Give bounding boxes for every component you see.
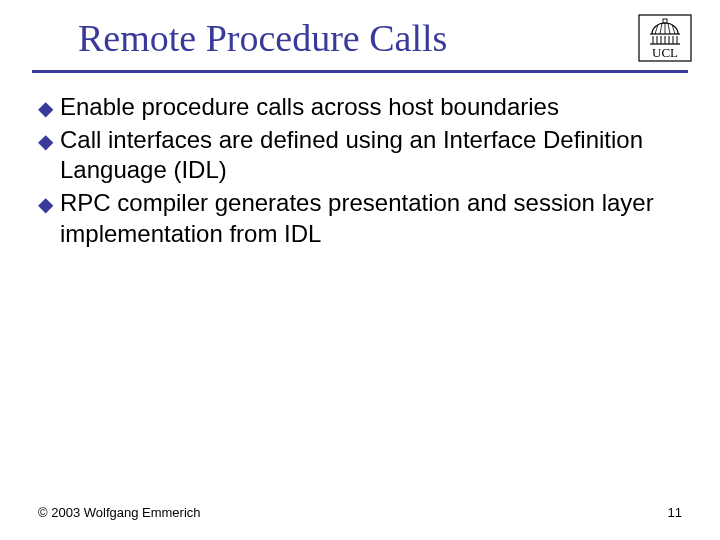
bullet-item: ◆Enable procedure calls across host boun… <box>38 92 682 123</box>
diamond-bullet-icon: ◆ <box>38 129 60 155</box>
bullet-item: ◆RPC compiler generates presentation and… <box>38 188 682 249</box>
diamond-bullet-icon: ◆ <box>38 192 60 218</box>
slide: Remote Procedure Calls UCL <box>0 0 720 540</box>
footer-copyright: © 2003 Wolfgang Emmerich <box>38 505 201 520</box>
title-underline <box>32 70 688 73</box>
svg-line-3 <box>660 23 662 34</box>
svg-line-5 <box>668 23 670 34</box>
bullet-text: Call interfaces are defined using an Int… <box>60 126 643 184</box>
slide-title: Remote Procedure Calls <box>78 16 447 60</box>
slide-body: ◆Enable procedure calls across host boun… <box>38 92 682 252</box>
bullet-text: RPC compiler generates presentation and … <box>60 189 654 247</box>
page-number: 11 <box>668 505 682 520</box>
bullet-item: ◆Call interfaces are defined using an In… <box>38 125 682 186</box>
svg-text:UCL: UCL <box>652 45 678 60</box>
ucl-logo: UCL <box>638 14 692 62</box>
bullet-text: Enable procedure calls across host bound… <box>60 93 559 120</box>
diamond-bullet-icon: ◆ <box>38 96 60 122</box>
